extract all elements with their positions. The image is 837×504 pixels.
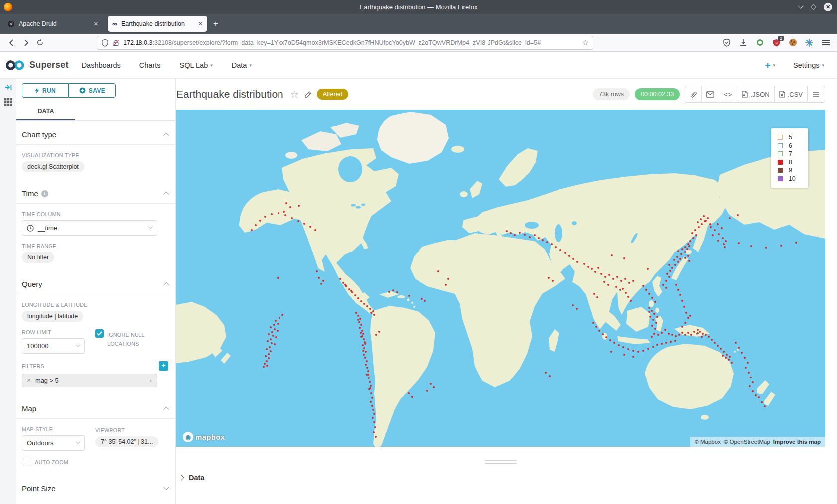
chevron-up-icon bbox=[163, 191, 169, 197]
info-icon: i bbox=[41, 190, 48, 197]
altered-badge[interactable]: Altered bbox=[317, 89, 349, 100]
chevron-right-icon[interactable]: › bbox=[145, 377, 157, 384]
visualization-type-label: VISUALIZATION TYPE bbox=[22, 152, 175, 158]
filter-chip[interactable]: ✕ mag > 5 › bbox=[22, 374, 157, 387]
extension-green-icon[interactable] bbox=[755, 38, 764, 47]
map-style-label: MAP STYLE bbox=[22, 426, 95, 432]
nav-data[interactable]: Data▾ bbox=[232, 61, 252, 69]
url-bar[interactable]: 172.18.0.3:32108/superset/explore/?form_… bbox=[97, 36, 593, 50]
window-close-icon[interactable]: ✕ bbox=[824, 3, 832, 11]
tab-close-icon[interactable]: ✕ bbox=[94, 21, 98, 27]
tab-close-icon[interactable]: ✕ bbox=[198, 21, 203, 27]
back-button[interactable] bbox=[5, 36, 19, 50]
chevron-down-icon bbox=[76, 342, 81, 347]
edit-pencil-icon[interactable] bbox=[304, 91, 312, 98]
legend-swatch bbox=[778, 168, 783, 173]
panel-resize-handle[interactable] bbox=[485, 460, 517, 465]
tab-apache-druid[interactable]: d Apache Druid ✕ bbox=[3, 16, 103, 32]
download-icon[interactable] bbox=[739, 38, 748, 47]
pocket-shield-icon[interactable] bbox=[722, 38, 731, 47]
filters-label: FILTERS bbox=[22, 363, 44, 369]
chevron-right-icon bbox=[178, 475, 184, 480]
chart-area: Earthquake distribution ☆ Altered 73k ro… bbox=[176, 79, 837, 504]
legend-label: 7 bbox=[789, 150, 792, 157]
ignore-null-checkbox[interactable] bbox=[95, 329, 104, 338]
email-button[interactable] bbox=[702, 86, 719, 102]
row-count-badge: 73k rows bbox=[593, 88, 630, 100]
attribution-improve-link[interactable]: Improve this map bbox=[773, 439, 821, 445]
lonlat-value[interactable]: longitude | latitude bbox=[22, 311, 83, 322]
attribution-osm[interactable]: © OpenStreetMap bbox=[724, 439, 770, 445]
visualization-type-value[interactable]: deck.gl Scatterplot bbox=[22, 161, 84, 172]
extension-badge: 2 bbox=[778, 36, 784, 41]
nav-sql-lab[interactable]: SQL Lab▾ bbox=[180, 61, 213, 69]
chevron-up-icon bbox=[163, 282, 169, 287]
map-style-select[interactable]: Outdoors bbox=[22, 435, 85, 451]
query-timer-badge: 00:00:02.33 bbox=[635, 88, 680, 100]
dataset-grid-icon[interactable] bbox=[4, 98, 13, 107]
favorite-star-icon[interactable]: ☆ bbox=[290, 89, 299, 100]
data-panel-header[interactable]: Data bbox=[176, 474, 825, 482]
time-range-value[interactable]: No filter bbox=[22, 252, 54, 263]
section-map[interactable]: Map bbox=[16, 394, 175, 419]
legend-label: 8 bbox=[789, 159, 792, 166]
legend-swatch bbox=[778, 135, 783, 140]
tab-earthquake-distribution[interactable]: ∞ Earthquake distribution ✕ bbox=[108, 16, 207, 32]
tab-data[interactable]: DATA bbox=[16, 104, 75, 120]
embed-code-button[interactable]: <> bbox=[719, 86, 737, 102]
window-titlebar: Earthquake distribution — Mozilla Firefo… bbox=[0, 0, 837, 14]
menu-hamburger-icon[interactable] bbox=[821, 38, 830, 47]
new-tab-button[interactable]: + bbox=[213, 19, 218, 29]
auto-zoom-checkbox[interactable] bbox=[23, 458, 31, 466]
brand-name: Superset bbox=[29, 60, 69, 70]
chevron-up-icon bbox=[163, 406, 169, 412]
section-point-size[interactable]: Point Size bbox=[16, 474, 175, 498]
legend-label: 6 bbox=[789, 142, 792, 149]
legend-label: 10 bbox=[789, 175, 796, 182]
legend-swatch bbox=[778, 176, 783, 181]
export-json-button[interactable]: .JSON bbox=[737, 86, 774, 102]
reload-button[interactable] bbox=[33, 36, 47, 50]
mapbox-logo[interactable]: ◉ mapbox bbox=[183, 432, 225, 442]
nav-charts[interactable]: Charts bbox=[140, 61, 161, 69]
run-button[interactable]: RUN bbox=[22, 83, 69, 98]
tracking-shield-icon[interactable] bbox=[101, 39, 109, 47]
window-minimize-icon[interactable] bbox=[798, 3, 803, 8]
export-csv-button[interactable]: .CSV bbox=[775, 86, 808, 102]
add-filter-button[interactable]: + bbox=[159, 361, 168, 371]
insecure-lock-icon[interactable] bbox=[112, 39, 120, 47]
map-legend: 5 6 7 8 9 10 bbox=[771, 128, 808, 188]
section-query[interactable]: Query bbox=[16, 270, 175, 294]
section-time[interactable]: Timei bbox=[16, 179, 175, 204]
copy-link-button[interactable] bbox=[685, 86, 702, 102]
add-new-button[interactable]: +▾ bbox=[765, 60, 775, 70]
chevron-up-icon bbox=[163, 132, 169, 138]
chevron-down-icon: ▾ bbox=[210, 63, 213, 68]
row-limit-select[interactable]: 100000 bbox=[22, 338, 85, 354]
deckgl-map[interactable]: 5 6 7 8 9 10 ◉ mapbox © Mapbox © OpenStr… bbox=[176, 110, 825, 447]
superset-logo[interactable]: Superset bbox=[5, 59, 69, 72]
time-column-select[interactable]: __time bbox=[22, 220, 157, 236]
more-options-icon[interactable] bbox=[808, 86, 825, 102]
remove-filter-icon[interactable]: ✕ bbox=[22, 378, 35, 384]
window-maximize-icon[interactable] bbox=[810, 4, 817, 10]
forward-button[interactable] bbox=[19, 36, 33, 50]
auto-zoom-label: AUTO ZOOM bbox=[35, 458, 68, 465]
sparkle-extension-icon[interactable] bbox=[805, 38, 814, 47]
attribution-mapbox[interactable]: © Mapbox bbox=[695, 439, 721, 445]
map-attribution: © Mapbox © OpenStreetMap Improve this ma… bbox=[690, 437, 825, 447]
save-button[interactable]: SAVE bbox=[69, 83, 116, 98]
expand-panel-icon[interactable] bbox=[4, 84, 12, 91]
bookmark-star-icon[interactable]: ☆ bbox=[582, 38, 589, 47]
ignore-null-label: IGNORE NULL LOCATIONS bbox=[107, 329, 175, 349]
viewport-value[interactable]: 7° 35' 54.02" | 31... bbox=[95, 436, 158, 447]
mapbox-pin-icon: ◉ bbox=[183, 432, 193, 442]
ublock-shield-icon[interactable]: u 2 bbox=[772, 38, 781, 47]
legend-swatch bbox=[778, 151, 783, 156]
cookie-icon[interactable] bbox=[788, 38, 797, 47]
nav-dashboards[interactable]: Dashboards bbox=[82, 61, 121, 69]
legend-label: 5 bbox=[789, 134, 792, 141]
settings-menu[interactable]: Settings▾ bbox=[793, 61, 824, 69]
window-title: Earthquake distribution — Mozilla Firefo… bbox=[0, 3, 837, 11]
section-chart-type[interactable]: Chart type bbox=[16, 121, 175, 145]
